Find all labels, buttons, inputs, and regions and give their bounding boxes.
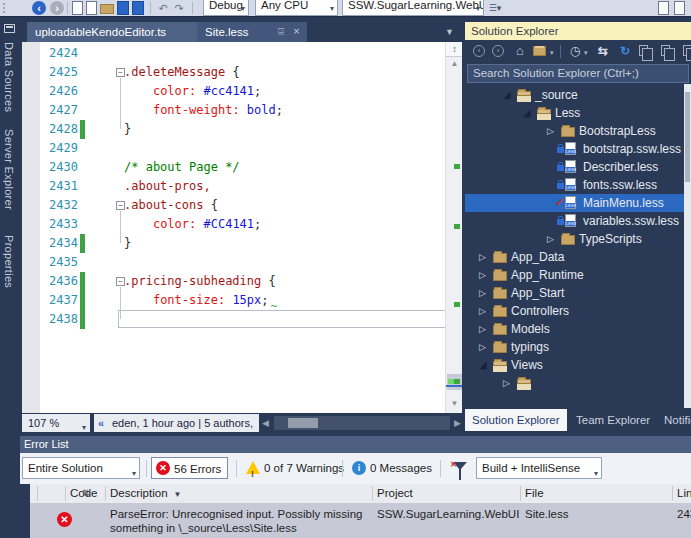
expand-arrow-icon[interactable]: ▷ xyxy=(479,284,486,302)
close-icon[interactable]: × xyxy=(290,25,303,38)
solution-explorer-search-input[interactable]: Search Solution Explorer (Ctrl+;) xyxy=(467,64,689,83)
expand-arrow-icon[interactable]: ▷ xyxy=(479,338,486,356)
code-line[interactable]: 2429 xyxy=(22,139,462,158)
tree-item-app-data[interactable]: ▷App_Data xyxy=(465,248,684,266)
refresh-icon[interactable]: ↻ xyxy=(617,43,633,59)
code-line[interactable]: 2438 xyxy=(22,310,462,329)
tree-item[interactable]: ▷ xyxy=(465,374,684,392)
redo-icon[interactable]: ↷ xyxy=(172,1,186,15)
tab-notifications[interactable]: Notifications xyxy=(657,409,691,431)
horizontal-scrollbar[interactable] xyxy=(274,416,450,430)
error-source-combo[interactable]: Build + IntelliSense ▾ xyxy=(476,457,602,479)
sync-with-active-document-icon[interactable] xyxy=(533,46,546,56)
sidebar-tab-data-sources[interactable]: Data Sources xyxy=(3,42,15,112)
save-all-icon[interactable] xyxy=(132,1,144,15)
chevron-down-icon[interactable]: ▾ xyxy=(584,49,588,57)
collapse-arrow-icon[interactable]: ◢ xyxy=(503,86,511,104)
column-header-description[interactable]: Description▼ xyxy=(110,484,340,503)
code-line[interactable]: 2426 color: #cc4141; xyxy=(22,82,462,101)
code-line[interactable]: 2435 xyxy=(22,253,462,272)
code-line[interactable]: 2430/* about Page */ xyxy=(22,158,462,177)
zoom-level-select[interactable]: 107 % ▾ xyxy=(22,414,90,432)
solution-tree[interactable]: ◢_source◢Less▷BootstrapLessbootstrap.ssw… xyxy=(465,84,691,408)
expand-arrow-icon[interactable]: ▷ xyxy=(479,320,486,338)
scrollbar-thumb[interactable] xyxy=(288,418,318,428)
error-list-title[interactable]: Error List xyxy=(20,436,691,453)
column-header-file[interactable]: File xyxy=(525,484,670,503)
column-header-line[interactable]: Line xyxy=(677,484,691,503)
tree-item-typings[interactable]: ▷typings xyxy=(465,338,684,356)
tab-solution-explorer[interactable]: Solution Explorer xyxy=(465,409,567,431)
tree-item-describer-less[interactable]: Describer.less xyxy=(465,158,684,176)
platform-combo[interactable]: Any CPU▾ xyxy=(255,0,338,16)
tab-team-explorer[interactable]: Team Explorer xyxy=(569,409,655,431)
tree-item-bootstrap-ssw-less[interactable]: bootstrap.ssw.less xyxy=(465,140,684,158)
code-editor[interactable]: 24242425−.deleteMessage {2426 color: #cc… xyxy=(22,42,462,413)
warnings-filter-button[interactable]: 0 of 7 Warnings xyxy=(242,457,350,479)
tree-item-less[interactable]: ◢Less xyxy=(465,104,684,122)
tree-item-fonts-ssw-less[interactable]: fonts.ssw.less xyxy=(465,176,684,194)
expand-arrow-icon[interactable]: ▷ xyxy=(547,230,554,248)
navigate-back-icon[interactable]: ‹ xyxy=(32,1,46,15)
tree-item-mainmenu-less[interactable]: ✓MainMenu.less xyxy=(465,194,684,212)
tab-overflow-icon[interactable]: ▼ xyxy=(445,27,454,37)
code-line[interactable]: 2432−.about-cons { xyxy=(22,196,462,215)
home-icon[interactable]: ⌂ xyxy=(512,43,528,59)
collapse-arrow-icon[interactable]: ◢ xyxy=(523,104,531,122)
tree-item-app-runtime[interactable]: ▷App_Runtime xyxy=(465,266,684,284)
messages-filter-button[interactable]: i 0 Messages xyxy=(348,457,438,479)
toolbar-icon[interactable] xyxy=(674,1,685,15)
pin-icon[interactable]: ⌹ xyxy=(275,25,287,38)
new-file-icon[interactable] xyxy=(72,1,83,15)
navigate-forward-icon[interactable]: › xyxy=(50,1,64,15)
tree-item-models[interactable]: ▷Models xyxy=(465,320,684,338)
sidebar-tab-server-explorer[interactable]: Server Explorer xyxy=(3,129,15,210)
expand-arrow-icon[interactable]: ▷ xyxy=(479,248,486,266)
toolbar-grip[interactable] xyxy=(2,2,6,14)
forward-icon[interactable]: › xyxy=(492,45,504,57)
editor-tab-siteless[interactable]: Site.less ⌹ × xyxy=(197,22,307,42)
debug-config-combo[interactable]: Debug▾ xyxy=(203,0,249,16)
column-header-project[interactable]: Project xyxy=(377,484,519,503)
filter-button[interactable]: ✕ xyxy=(446,457,472,479)
scroll-right-icon[interactable]: ▶ xyxy=(454,418,461,428)
tree-item--source[interactable]: ◢_source xyxy=(465,86,684,104)
code-line[interactable]: 2434} xyxy=(22,234,462,253)
startup-project-combo[interactable]: SSW.SugarLearning.WebUI▾ xyxy=(342,0,484,16)
switch-views-icon[interactable]: ⇆ xyxy=(595,43,611,59)
splitter-handle-icon[interactable]: ↕ xyxy=(446,42,462,57)
open-folder-icon[interactable] xyxy=(100,4,114,14)
pending-changes-filter-icon[interactable]: ◷ xyxy=(567,43,583,59)
properties-icon[interactable] xyxy=(683,45,691,56)
tree-item-controllers[interactable]: ▷Controllers xyxy=(465,302,684,320)
code-line[interactable]: 2427 font-weight: bold; xyxy=(22,101,462,120)
scroll-left-icon[interactable]: ◀ xyxy=(262,418,269,428)
collapse-all-icon[interactable] xyxy=(639,45,648,56)
error-scope-combo[interactable]: Entire Solution ▾ xyxy=(22,457,140,479)
open-file-icon[interactable] xyxy=(86,1,97,15)
tree-item-views[interactable]: ◢Views xyxy=(465,356,684,374)
show-all-files-icon[interactable] xyxy=(661,45,670,56)
toolbar-icon[interactable] xyxy=(658,1,669,15)
tree-item-bootstrapless[interactable]: ▷BootstrapLess xyxy=(465,122,684,140)
code-line[interactable]: 2437 font-size: 15px;~ xyxy=(22,291,462,310)
codelens-history[interactable]: « eden, 1 hour ago | 5 authors, xyxy=(94,414,259,432)
errors-filter-button[interactable]: ✕ 56 Errors xyxy=(151,457,228,479)
column-header-code[interactable]: Code xyxy=(70,484,104,503)
code-line[interactable]: 2431.about-pros, xyxy=(22,177,462,196)
scrollbar-thumb[interactable] xyxy=(685,92,690,182)
expand-arrow-icon[interactable]: ▷ xyxy=(503,374,510,392)
error-row[interactable]: ✕ParseError: Unrecognised input. Possibl… xyxy=(30,503,691,538)
tree-item-typescripts[interactable]: ▷TypeScripts xyxy=(465,230,684,248)
chevron-down-icon[interactable]: ▾ xyxy=(550,49,554,57)
scroll-down-icon[interactable]: ▼ xyxy=(446,399,462,408)
expand-arrow-icon[interactable]: ▷ xyxy=(479,266,486,284)
toolbar-overflow-icon[interactable]: ☰▾ xyxy=(488,1,502,15)
back-icon[interactable]: ‹ xyxy=(473,45,485,57)
code-line[interactable]: 2436−.pricing-subheading { xyxy=(22,272,462,291)
tree-item-app-start[interactable]: ▷App_Start xyxy=(465,284,684,302)
sidebar-tab-properties[interactable]: Properties xyxy=(3,235,15,288)
expand-arrow-icon[interactable]: ▷ xyxy=(479,302,486,320)
collapse-arrow-icon[interactable]: ◢ xyxy=(479,356,487,374)
undo-icon[interactable]: ↶ xyxy=(156,1,170,15)
